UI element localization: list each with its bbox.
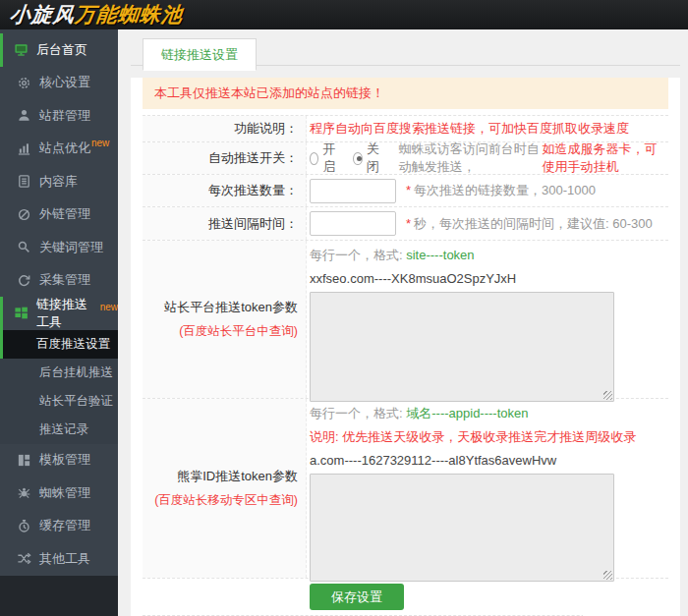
row-push-count: 每次推送数量： *每次推送的链接数量，300-1000 <box>143 175 668 207</box>
shuffle-icon <box>17 551 31 566</box>
monitor-icon <box>14 42 29 57</box>
field-label: 每次推送数量： <box>143 175 307 206</box>
submenu-item-label: 推送记录 <box>39 421 88 438</box>
template-icon <box>17 453 31 468</box>
main-area: 链接推送设置 本工具仅推送本站已添加的站点的链接！ 功能说明： 程序自动向百度搜… <box>118 29 688 616</box>
submenu-item-background-push[interactable]: 后台挂机推送 <box>0 359 118 387</box>
submenu-item-label: 站长平台验证 <box>39 393 113 410</box>
sidebar-item-label: 蜘蛛管理 <box>39 484 90 502</box>
sidebar-item-label: 外链管理 <box>39 205 90 223</box>
field-label: 推送间隔时间： <box>143 207 307 240</box>
row-xiongzhang-token: 熊掌ID推送token参数 (百度站长移动专区中查询) 每行一个，格式: 域名-… <box>143 399 668 579</box>
push-count-input[interactable] <box>310 179 396 203</box>
sidebar-item-label: 其他工具 <box>39 550 90 568</box>
logo-primary: 小旋风 <box>9 3 76 26</box>
field-label: 功能说明： <box>143 116 307 141</box>
push-interval-hint: 秒，每次推送的间隔时间，建议值: 60-300 <box>414 216 653 231</box>
submenu-item-baidu-push-settings[interactable]: 百度推送设置 <box>0 330 118 359</box>
sidebar-item-content-library[interactable]: 内容库 <box>0 165 118 198</box>
row-feature-description: 功能说明： 程序自动向百度搜索推送链接，可加快百度抓取收录速度 <box>143 116 668 142</box>
push-count-hint: 每次推送的链接数量，300-1000 <box>414 183 596 197</box>
field-sublabel: (百度站长移动专区中查询) <box>154 492 298 509</box>
sidebar-item-home[interactable]: 后台首页 <box>0 33 118 67</box>
push-interval-input[interactable] <box>310 211 396 236</box>
sidebar-item-label: 站点优化 <box>39 140 90 157</box>
field-label: 熊掌ID推送token参数 <box>177 468 298 485</box>
link-icon <box>17 207 31 222</box>
top-header: 小旋风万能蜘蛛池 <box>0 0 688 29</box>
submenu-item-webmaster-verify[interactable]: 站长平台验证 <box>0 387 118 416</box>
new-badge: new <box>91 138 109 148</box>
submenu-item-push-records[interactable]: 推送记录 <box>0 416 118 444</box>
auto-push-note: 蜘蛛或访客访问前台时自动触发推送， <box>399 140 543 176</box>
sidebar-item-cache[interactable]: 缓存管理 <box>0 510 118 543</box>
sidebar-item-site-optimize[interactable]: 站点优化 new <box>0 133 118 166</box>
sidebar-item-label: 站群管理 <box>39 107 90 125</box>
library-icon <box>17 174 31 189</box>
sidebar: 后台首页 核心设置 站群管理 站点优化 new 内容库 <box>0 29 118 616</box>
spider-icon <box>17 485 31 500</box>
sidebar-item-link-push-tools[interactable]: 链接推送工具 new <box>0 297 118 330</box>
field-sublabel: (百度站长平台中查询) <box>179 323 298 340</box>
token-format-code: 域名----appid----token <box>406 406 528 420</box>
sidebar-item-label: 关键词管理 <box>39 239 103 256</box>
sidebar-item-label: 模板管理 <box>39 451 90 469</box>
grid-icon <box>14 306 29 320</box>
radio-off-label[interactable]: 关闭 <box>367 140 383 176</box>
bar-chart-icon <box>17 141 31 156</box>
token-example: xxfseo.com----XK8msuaO2SpzYJxH <box>310 269 668 288</box>
required-mark: * <box>406 183 411 197</box>
token-format-prefix: 每行一个，格式: <box>310 406 406 420</box>
sidebar-item-site-group[interactable]: 站群管理 <box>0 99 118 133</box>
stopwatch-icon <box>17 519 31 533</box>
tab-link-push-settings[interactable]: 链接推送设置 <box>143 38 257 71</box>
sidebar-item-label: 核心设置 <box>39 74 90 91</box>
radio-auto-push-off[interactable] <box>353 152 362 165</box>
auto-push-note-warning: 如造成服务器卡，可使用手动挂机 <box>542 140 668 176</box>
row-webmaster-token: 站长平台推送token参数 (百度站长平台中查询) 每行一个，格式: site-… <box>143 241 668 399</box>
token-example: a.com----1627329112----al8Ytfas6avewHvw <box>310 451 668 470</box>
content-panel: 本工具仅推送本站已添加的站点的链接！ 功能说明： 程序自动向百度搜索推送链接，可… <box>131 78 680 616</box>
sidebar-item-spiders[interactable]: 蜘蛛管理 <box>0 476 118 510</box>
submenu-item-label: 百度推送设置 <box>36 336 110 353</box>
gear-icon <box>17 76 31 90</box>
sidebar-item-core-settings[interactable]: 核心设置 <box>0 67 118 100</box>
sidebar-item-label: 链接推送工具 <box>36 296 99 331</box>
sidebar-item-templates[interactable]: 模板管理 <box>0 444 118 477</box>
settings-form: 功能说明： 程序自动向百度搜索推送链接，可加快百度抓取收录速度 自动推送开关： … <box>143 115 668 616</box>
sidebar-item-label: 后台首页 <box>36 41 87 59</box>
token-format-prefix: 每行一个，格式: <box>310 248 406 262</box>
sidebar-item-label: 缓存管理 <box>39 517 90 534</box>
webmaster-token-textarea[interactable] <box>310 292 614 402</box>
sidebar-menu: 后台首页 核心设置 站群管理 站点优化 new 内容库 <box>0 29 118 576</box>
new-badge: new <box>100 302 118 312</box>
xiongzhang-token-textarea[interactable] <box>310 474 614 582</box>
warning-banner: 本工具仅推送本站已添加的站点的链接！ <box>143 78 668 109</box>
field-label: 站长平台推送token参数 <box>164 299 298 316</box>
radio-auto-push-on[interactable] <box>310 152 318 165</box>
submenu-item-label: 后台挂机推送 <box>39 364 113 381</box>
row-auto-push-switch: 自动推送开关： 开启 关闭 蜘蛛或访客访问前台时自动触发推送， 如造成服务器卡，… <box>143 142 668 175</box>
radio-on-label[interactable]: 开启 <box>322 140 339 176</box>
sidebar-item-label: 采集管理 <box>39 271 90 289</box>
logo-secondary: 万能蜘蛛池 <box>74 3 184 26</box>
feature-description-text: 程序自动向百度搜索推送链接，可加快百度抓取收录速度 <box>310 120 629 138</box>
field-label: 自动推送开关： <box>143 142 307 174</box>
token-note: 说明: 优先推送天级收录，天极收录推送完才推送周级收录 <box>310 427 668 446</box>
app-logo: 小旋风万能蜘蛛池 <box>9 1 185 28</box>
user-icon <box>17 108 31 123</box>
search-icon <box>17 240 31 254</box>
link-push-submenu: 百度推送设置 后台挂机推送 站长平台验证 推送记录 <box>0 330 118 444</box>
required-mark: * <box>406 216 411 231</box>
sidebar-item-collection[interactable]: 采集管理 <box>0 264 118 298</box>
refresh-icon <box>17 273 31 288</box>
row-save: 保存设置 <box>143 579 668 616</box>
token-format-code: site----token <box>406 248 474 262</box>
save-settings-button[interactable]: 保存设置 <box>310 584 404 610</box>
sidebar-item-label: 内容库 <box>39 173 78 191</box>
sidebar-item-other-tools[interactable]: 其他工具 <box>0 542 118 576</box>
tab-bar: 链接推送设置 <box>131 37 680 66</box>
sidebar-item-external-links[interactable]: 外链管理 <box>0 198 118 232</box>
sidebar-item-keywords[interactable]: 关键词管理 <box>0 231 118 264</box>
row-push-interval: 推送间隔时间： *秒，每次推送的间隔时间，建议值: 60-300 <box>143 207 668 241</box>
